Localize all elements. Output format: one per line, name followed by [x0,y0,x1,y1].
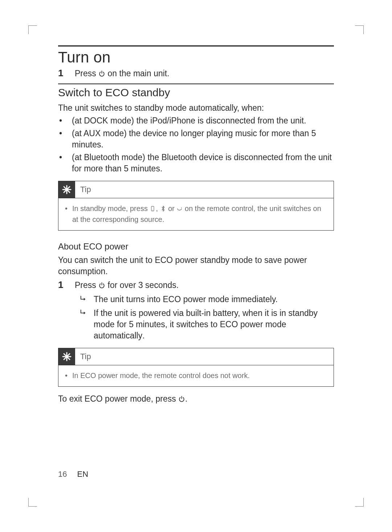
step-text-prefix: Press [75,69,98,78]
list-item-text: (at AUX mode) the device no longer playi… [72,128,334,150]
tip-text-prefix: In standby mode, press [72,204,150,212]
list-item: •(at AUX mode) the device no longer play… [58,128,334,150]
step-text-prefix: Press [75,280,98,290]
rule-heading [58,45,334,46]
result-arrow-icon [80,294,89,305]
exit-suffix: . [185,394,187,403]
tip-label: Tip [80,185,91,194]
power-icon [178,394,185,405]
crop-mark-br [355,498,364,507]
about-heading: About ECO power [58,241,334,252]
tip-text: • In ECO power mode, the remote control … [65,370,327,381]
page-number: 16 [58,470,67,479]
tip-header: Tip [58,348,334,365]
bluetooth-icon [160,204,166,214]
tip-body: • In ECO power mode, the remote control … [58,365,334,386]
section-heading: Turn on [58,49,334,66]
power-icon [98,69,105,80]
tip-text: • In standby mode, press , or on the rem… [65,203,327,224]
conditions-list: •(at DOCK mode) the iPod/iPhone is disco… [58,115,334,174]
step-text-suffix: for over 3 seconds. [105,280,179,290]
list-item: •(at Bluetooth mode) the Bluetooth devic… [58,152,334,174]
bullet-icon: • [58,115,63,126]
step-1: 1 Press on the main unit. [58,68,334,80]
step-number: 1 [58,279,65,291]
list-item-text: (at Bluetooth mode) the Bluetooth device… [72,152,334,174]
tip-box-1: Tip • In standby mode, press , or on the… [58,181,334,231]
tip-body: • In standby mode, press , or on the rem… [58,198,334,230]
tip-text-mid1: , [156,204,160,212]
step-eco-1: 1 Press for over 3 seconds. [58,279,334,292]
bullet-icon: • [58,128,63,150]
crop-mark-tl [28,25,37,34]
text-prefix: If the unit is powered via built-in batt… [94,308,318,329]
step-number: 1 [58,68,65,79]
language-code: EN [77,470,89,479]
exit-prefix: To exit ECO power mode, press [58,394,178,403]
list-item-text: If the unit is powered via built-in batt… [94,308,334,341]
result-list: The unit turns into ECO power mode immed… [80,294,334,341]
power-icon [98,280,105,292]
tip-header: Tip [58,181,334,198]
tip-text-content: In ECO power mode, the remote control do… [72,370,327,381]
list-item: •(at DOCK mode) the iPod/iPhone is disco… [58,115,334,126]
bullet-icon: • [65,203,69,224]
tip-label: Tip [80,352,91,361]
asterisk-icon [58,181,75,198]
aux-icon [176,204,183,214]
rule-subheading [58,84,334,84]
bullet-icon: • [65,370,69,381]
asterisk-icon [58,348,75,365]
list-item: If the unit is powered via built-in batt… [80,308,334,341]
text-suffix: . [142,331,144,340]
step-text-suffix: on the main unit. [105,69,169,78]
text-bold: automatically [94,331,142,340]
result-arrow-icon [80,308,89,341]
subsection-heading: Switch to ECO standby [58,86,334,99]
tip-text-mid2: or [166,204,177,212]
exit-paragraph: To exit ECO power mode, press . [58,393,334,405]
page-footer: 16 EN [58,470,88,479]
tip-text-content: In standby mode, press , or on the remot… [72,203,327,224]
list-item-text: (at DOCK mode) the iPod/iPhone is discon… [72,115,334,126]
crop-mark-tr [355,25,364,34]
bullet-icon: • [58,152,63,174]
page-content: Turn on 1 Press on the main unit. Switch… [58,45,334,407]
list-item-text: The unit turns into ECO power mode immed… [94,294,334,305]
step-text: Press on the main unit. [75,68,334,80]
intro-paragraph: The unit switches to standby mode automa… [58,102,334,114]
about-paragraph: You can switch the unit to ECO power sta… [58,255,334,277]
crop-mark-bl [28,498,37,507]
step-text: Press for over 3 seconds. [75,280,334,292]
tip-box-2: Tip • In ECO power mode, the remote cont… [58,348,334,387]
list-item: The unit turns into ECO power mode immed… [80,294,334,305]
device-icon [150,204,156,214]
